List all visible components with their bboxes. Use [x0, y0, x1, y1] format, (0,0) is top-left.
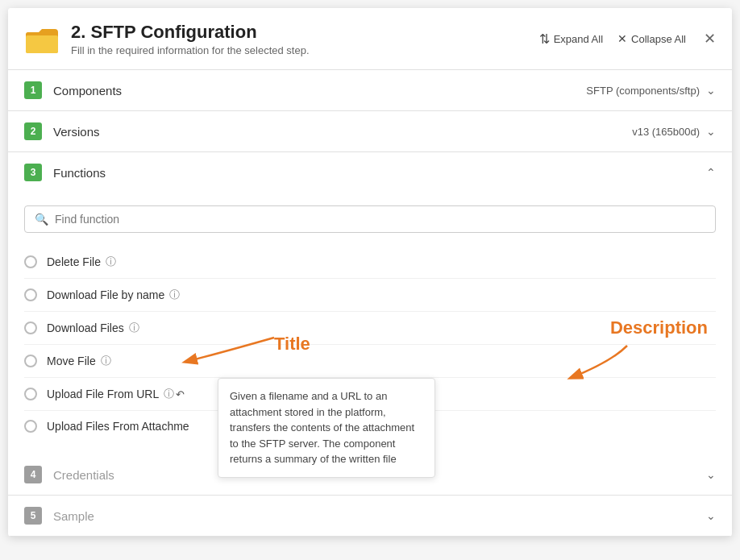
download-files-info-icon[interactable]: ⓘ [129, 321, 139, 335]
functions-chevron-icon: ⌃ [706, 166, 716, 179]
cursor-indicator: ↶ [176, 388, 185, 400]
versions-section: 2 Versions v13 (165b00d) ⌄ [8, 111, 732, 152]
sftp-configuration-modal: 2. SFTP Configuration Fill in the requir… [8, 8, 732, 537]
download-files-label: Download Files [47, 321, 124, 334]
step-2-badge: 2 [24, 122, 42, 140]
upload-files-from-attachment-label: Upload Files From Attachme [47, 420, 189, 433]
credentials-chevron-icon: ⌄ [706, 468, 716, 481]
modal-header: 2. SFTP Configuration Fill in the requir… [8, 8, 732, 70]
list-item: Download Files ⓘ [24, 312, 716, 345]
functions-section-title: Functions [53, 166, 106, 180]
sample-section: 5 Sample ⌄ [8, 496, 732, 537]
sample-section-title: Sample [53, 509, 94, 523]
expand-all-button[interactable]: ⇅ Expand All [539, 31, 603, 47]
search-icon: 🔍 [35, 213, 48, 226]
upload-file-from-url-info-icon[interactable]: ⓘ [164, 387, 174, 401]
versions-section-title: Versions [53, 125, 100, 139]
list-item: Delete File ⓘ [24, 246, 716, 279]
functions-section: 3 Functions ⌃ 🔍 Delete File ⓘ [8, 152, 732, 454]
step-4-badge: 4 [24, 466, 42, 483]
function-list: Delete File ⓘ Download File by name ⓘ Do… [24, 246, 716, 442]
sample-chevron-icon: ⌄ [706, 509, 716, 522]
collapse-all-button[interactable]: ✕ Collapse All [617, 32, 686, 45]
functions-body: 🔍 Delete File ⓘ Download File by name ⓘ [8, 193, 732, 454]
function-tooltip: Given a filename and a URL to an attachm… [218, 378, 435, 478]
download-files-radio[interactable] [24, 321, 37, 334]
delete-file-radio[interactable] [24, 255, 37, 268]
expand-all-icon: ⇅ [539, 31, 550, 47]
collapse-all-icon: ✕ [617, 32, 627, 45]
delete-file-info-icon[interactable]: ⓘ [106, 255, 116, 269]
modal-title: 2. SFTP Configuration [71, 22, 310, 43]
tooltip-content: Given a filename and a URL to an attachm… [218, 378, 435, 478]
components-section-title: Components [53, 84, 122, 97]
download-file-by-name-radio[interactable] [24, 288, 37, 301]
svg-rect-1 [26, 35, 58, 53]
header-text: 2. SFTP Configuration Fill in the requir… [71, 22, 310, 56]
list-item: Move File ⓘ [24, 345, 716, 378]
components-section-header[interactable]: 1 Components SFTP (components/sftp) ⌄ [8, 70, 732, 110]
function-search-bar: 🔍 [24, 205, 716, 233]
step-5-badge: 5 [24, 507, 42, 525]
sample-section-header[interactable]: 5 Sample ⌄ [8, 496, 732, 536]
versions-chevron-icon: ⌄ [706, 125, 716, 138]
delete-file-label: Delete File [47, 255, 101, 268]
components-section: 1 Components SFTP (components/sftp) ⌄ [8, 70, 732, 111]
credentials-section-title: Credentials [53, 468, 114, 482]
close-button[interactable]: ✕ [704, 30, 716, 48]
components-chevron-icon: ⌄ [706, 84, 716, 97]
download-file-by-name-info-icon[interactable]: ⓘ [169, 288, 180, 302]
step-1-badge: 1 [24, 81, 42, 99]
folder-icon [24, 21, 60, 56]
function-search-input[interactable] [55, 213, 705, 226]
upload-file-from-url-radio[interactable] [24, 388, 37, 400]
credentials-section-chevron: ⌄ [706, 468, 716, 481]
move-file-info-icon[interactable]: ⓘ [101, 354, 111, 368]
upload-file-from-url-label: Upload File From URL [47, 388, 159, 400]
versions-section-header[interactable]: 2 Versions v13 (165b00d) ⌄ [8, 111, 732, 151]
modal-subtitle: Fill in the required information for the… [71, 44, 310, 56]
header-actions: ⇅ Expand All ✕ Collapse All ✕ [539, 30, 716, 48]
move-file-radio[interactable] [24, 355, 37, 367]
step-3-badge: 3 [24, 164, 42, 181]
functions-section-header[interactable]: 3 Functions ⌃ [8, 152, 732, 193]
functions-section-chevron: ⌃ [706, 166, 716, 179]
components-section-value: SFTP (components/sftp) ⌄ [586, 84, 716, 97]
download-file-by-name-label: Download File by name [47, 288, 164, 301]
move-file-label: Move File [47, 355, 96, 367]
upload-files-from-attachment-radio[interactable] [24, 420, 37, 433]
versions-section-value: v13 (165b00d) ⌄ [632, 125, 716, 138]
sample-section-chevron: ⌄ [706, 509, 716, 522]
list-item: Download File by name ⓘ [24, 279, 716, 312]
list-item: Upload File From URL ⓘ ↶ Given a filenam… [24, 378, 716, 411]
